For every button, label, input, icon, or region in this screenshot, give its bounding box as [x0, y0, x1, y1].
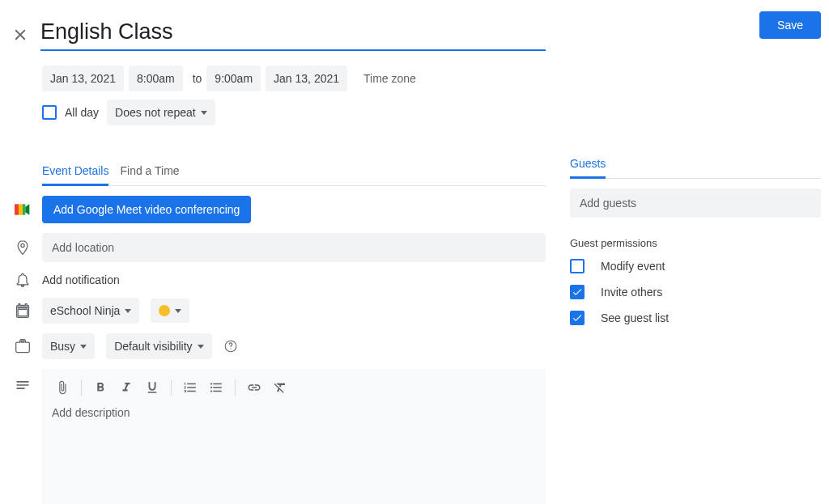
visibility-dropdown[interactable]: Default visibility [106, 333, 211, 359]
calendar-dropdown[interactable]: eSchool Ninja [42, 298, 139, 324]
to-label: to [193, 72, 202, 85]
color-dropdown[interactable] [151, 299, 189, 323]
bold-icon[interactable] [88, 375, 113, 400]
notification-icon [15, 272, 31, 288]
add-notification-link[interactable]: Add notification [42, 273, 120, 286]
svg-rect-0 [15, 204, 19, 214]
svg-point-5 [230, 349, 231, 349]
calendar-name: eSchool Ninja [50, 304, 120, 317]
chevron-down-icon [80, 345, 87, 349]
description-icon [15, 377, 31, 393]
save-button[interactable]: Save [759, 11, 821, 39]
chevron-down-icon [175, 309, 181, 313]
tab-find-a-time[interactable]: Find a Time [120, 158, 179, 186]
color-swatch [159, 305, 170, 316]
description-editor: Add description [42, 369, 546, 504]
help-icon[interactable] [223, 339, 238, 354]
svg-rect-2 [23, 204, 25, 214]
add-meet-button[interactable]: Add Google Meet video conferencing [42, 196, 251, 223]
attach-icon[interactable] [50, 375, 74, 400]
svg-marker-3 [25, 204, 29, 214]
see-guest-list-checkbox[interactable] [570, 311, 585, 325]
location-icon [15, 239, 31, 256]
visibility-label: Default visibility [114, 340, 192, 353]
start-time-chip[interactable]: 8:00am [129, 66, 183, 91]
add-guests-input[interactable] [570, 188, 821, 218]
availability-dropdown[interactable]: Busy [42, 333, 95, 359]
end-date-chip[interactable]: Jan 13, 2021 [266, 66, 347, 91]
bulleted-list-icon[interactable] [204, 375, 228, 400]
separator [171, 379, 172, 396]
tab-guests[interactable]: Guests [570, 150, 606, 179]
end-time-chip[interactable]: 9:00am [206, 66, 261, 91]
recurrence-dropdown[interactable]: Does not repeat [107, 100, 215, 125]
timezone-link[interactable]: Time zone [363, 72, 416, 85]
italic-icon[interactable] [114, 375, 138, 400]
tab-event-details[interactable]: Event Details [42, 158, 108, 186]
modify-event-label: Modify event [601, 260, 665, 273]
link-icon[interactable] [242, 375, 266, 400]
allday-label: All day [65, 106, 99, 119]
chevron-down-icon [125, 309, 131, 313]
invite-others-label: Invite others [601, 286, 662, 299]
recurrence-label: Does not repeat [115, 106, 196, 119]
description-textarea[interactable]: Add description [42, 406, 546, 504]
modify-event-checkbox[interactable] [570, 259, 585, 273]
clear-formatting-icon[interactable] [268, 375, 292, 400]
underline-icon[interactable] [140, 375, 164, 400]
briefcase-icon [15, 338, 31, 354]
start-date-chip[interactable]: Jan 13, 2021 [42, 66, 124, 91]
close-icon[interactable] [11, 26, 29, 44]
chevron-down-icon [198, 345, 204, 349]
invite-others-checkbox[interactable] [570, 285, 585, 299]
numbered-list-icon[interactable] [178, 375, 202, 400]
allday-checkbox[interactable] [42, 105, 57, 120]
meet-icon [15, 201, 31, 218]
see-guest-list-label: See guest list [601, 311, 669, 324]
availability-label: Busy [50, 340, 75, 353]
separator [235, 379, 236, 396]
svg-rect-1 [19, 204, 23, 214]
chevron-down-icon [201, 111, 207, 115]
location-input[interactable] [42, 233, 546, 262]
event-title-input[interactable] [40, 16, 546, 51]
guest-permissions-title: Guest permissions [570, 237, 821, 249]
separator [81, 379, 82, 396]
calendar-icon [15, 303, 31, 319]
editor-toolbar [42, 369, 546, 406]
